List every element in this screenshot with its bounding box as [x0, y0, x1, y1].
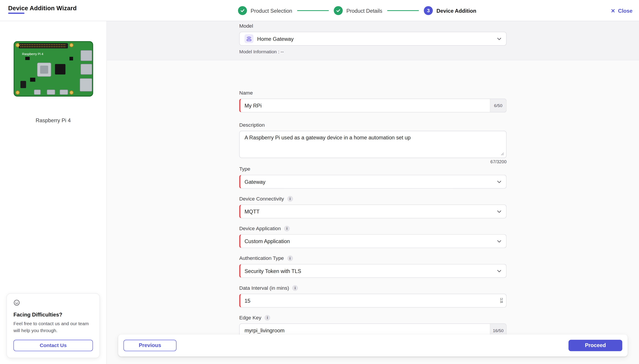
name-field-row: Name My RPi 6/50	[239, 90, 506, 112]
edge-key-label: Edge Key i	[239, 315, 506, 321]
svg-text:Raspberry Pi 4: Raspberry Pi 4	[22, 52, 43, 56]
smiley-icon	[14, 300, 20, 307]
model-label: Model	[239, 23, 506, 29]
connectivity-field-row: Device Connectivity i MQTT	[239, 196, 506, 218]
step-label: Product Details	[346, 8, 382, 14]
step-connector	[297, 10, 329, 11]
description-textarea[interactable]: A Raspberry Pi used as a gateway device …	[239, 131, 506, 158]
help-card: Facing Difficulties? Feel free to contac…	[6, 293, 100, 358]
close-icon: ✕	[611, 8, 615, 14]
device-connectivity-label: Device Connectivity i	[239, 196, 506, 202]
step-label: Device Addition	[436, 8, 476, 14]
resize-handle-icon[interactable]	[500, 152, 504, 156]
number-stepper[interactable]: 12 34	[500, 298, 503, 303]
close-label: Close	[618, 8, 632, 14]
type-label: Type	[239, 166, 506, 172]
step-number-badge: 3	[424, 6, 433, 15]
title-underline	[8, 13, 24, 14]
device-application-label: Device Application i	[239, 226, 506, 232]
info-icon[interactable]: i	[287, 196, 293, 202]
header-title-block: Device Addition Wizard	[8, 4, 77, 14]
data-interval-label: Data Interval (in mins) i	[239, 285, 506, 291]
model-information-text: Model Information : --	[239, 49, 506, 54]
data-interval-input[interactable]: 15 12 34	[239, 294, 506, 308]
device-addition-wizard: Device Addition Wizard Product Selection…	[0, 0, 639, 364]
model-value: Home Gateway	[257, 36, 294, 42]
name-label: Name	[239, 90, 506, 96]
info-icon[interactable]: i	[287, 256, 293, 261]
name-input[interactable]: My RPi 6/50	[239, 98, 506, 112]
description-field-row: Description A Raspberry Pi used as a gat…	[239, 122, 506, 164]
product-name: Raspberry Pi 4	[0, 117, 106, 123]
description-char-counter: 67/3200	[239, 159, 506, 164]
chevron-down-icon	[497, 268, 502, 274]
auth-field-row: Authentication Type i Security Token wit…	[239, 256, 506, 278]
wizard-stepper: Product Selection Product Details 3 Devi…	[238, 0, 476, 21]
close-button[interactable]: ✕ Close	[611, 0, 632, 21]
previous-button[interactable]: Previous	[124, 340, 176, 351]
gateway-icon	[244, 34, 254, 43]
chevron-down-icon	[497, 36, 502, 41]
type-field-row: Type Gateway	[239, 166, 506, 188]
sidebar: Raspberry Pi 4 Raspberry Pi 4 Facing Dif…	[0, 21, 107, 364]
step-complete-check-icon	[238, 6, 247, 15]
device-form: Name My RPi 6/50 Description A Raspberry…	[239, 60, 506, 337]
info-icon[interactable]: i	[284, 226, 290, 232]
description-label: Description	[239, 122, 506, 128]
interval-field-row: Data Interval (in mins) i 15 12 34	[239, 285, 506, 308]
device-application-select[interactable]: Custom Application	[239, 234, 506, 248]
device-connectivity-select[interactable]: MQTT	[239, 204, 506, 218]
authentication-type-label: Authentication Type i	[239, 256, 506, 261]
step-complete-check-icon	[334, 6, 343, 15]
chevron-down-icon	[497, 239, 502, 244]
main-content: Model Home Gateway	[107, 21, 639, 364]
raspberry-pi-photo: Raspberry Pi 4	[13, 41, 94, 97]
edge-key-field-row: Edge Key i myrpi_livingroom 16/50	[239, 315, 506, 337]
info-icon[interactable]: i	[292, 285, 298, 291]
chevron-down-icon	[497, 179, 502, 184]
step-label: Product Selection	[250, 8, 292, 14]
type-select[interactable]: Gateway	[239, 175, 506, 189]
contact-us-button[interactable]: Contact Us	[14, 340, 93, 351]
model-select[interactable]: Home Gateway	[239, 32, 506, 46]
footer-action-bar: Previous Proceed	[118, 334, 628, 356]
info-icon[interactable]: i	[264, 315, 270, 321]
chevron-down-icon	[497, 209, 502, 214]
help-body: Feel free to contact us and our team wil…	[14, 320, 93, 334]
step-product-details[interactable]: Product Details	[334, 6, 382, 15]
page-title: Device Addition Wizard	[8, 4, 77, 12]
name-char-counter: 6/50	[490, 99, 506, 112]
proceed-button[interactable]: Proceed	[568, 340, 622, 351]
step-device-addition[interactable]: 3 Device Addition	[424, 6, 476, 15]
model-section: Model Home Gateway	[107, 21, 639, 60]
authentication-type-select[interactable]: Security Token with TLS	[239, 264, 506, 278]
application-field-row: Device Application i Custom Application	[239, 226, 506, 248]
step-product-selection[interactable]: Product Selection	[238, 6, 292, 15]
wizard-header: Device Addition Wizard Product Selection…	[0, 0, 639, 21]
step-connector	[387, 10, 419, 11]
help-title: Facing Difficulties?	[14, 312, 93, 318]
